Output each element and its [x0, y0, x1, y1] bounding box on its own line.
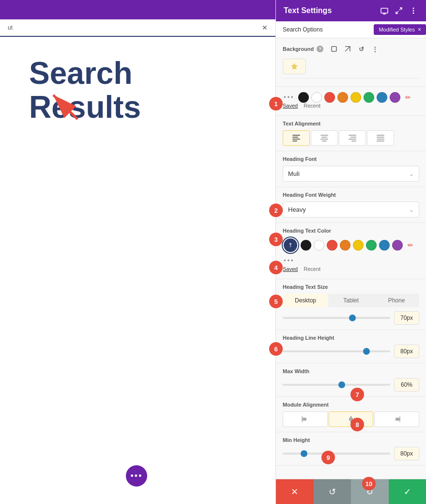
- color-swatch-yellow[interactable]: [350, 92, 361, 103]
- svg-rect-24: [377, 137, 384, 138]
- cancel-button[interactable]: ✕: [276, 479, 314, 504]
- color-swatch-purple[interactable]: [390, 92, 400, 103]
- title-bar: ut ✕: [0, 19, 275, 37]
- max-width-slider-track[interactable]: [283, 384, 390, 386]
- text-size-slider-track[interactable]: [283, 317, 390, 319]
- min-height-section: Min Height 80px: [276, 432, 426, 466]
- recent-btn[interactable]: Recent: [304, 103, 320, 109]
- bg-ctrl-reset-icon[interactable]: ↺: [355, 43, 367, 55]
- module-align-left-button[interactable]: [283, 411, 328, 427]
- tab-search-options[interactable]: Search Options: [276, 21, 330, 38]
- module-alignment-label: Module Alignment: [283, 402, 419, 408]
- line-height-value[interactable]: 80px: [394, 345, 419, 358]
- text-size-slider-row: 70px: [283, 311, 419, 325]
- min-height-value[interactable]: 80px: [394, 447, 419, 460]
- step-badge-4: 4: [269, 261, 283, 274]
- line-height-slider-track[interactable]: [283, 350, 390, 352]
- modified-styles-badge[interactable]: Modified Styles ×: [374, 24, 426, 35]
- reset-button[interactable]: ↺: [314, 479, 351, 504]
- align-justify-button[interactable]: [367, 130, 394, 146]
- svg-point-8: [413, 10, 414, 12]
- heading-font-dropdown[interactable]: Muli ⌄: [283, 166, 419, 182]
- text-size-value[interactable]: 70px: [394, 311, 419, 325]
- align-right-button[interactable]: [339, 130, 366, 146]
- color-swatch-orange[interactable]: [337, 92, 348, 103]
- svg-point-7: [413, 8, 414, 9]
- panel-title: Text Settings: [284, 6, 332, 15]
- svg-rect-22: [351, 141, 356, 142]
- step-badge-9: 9: [321, 451, 335, 464]
- min-height-slider-track[interactable]: [283, 453, 390, 455]
- bg-ctrl-icon-2[interactable]: [342, 43, 353, 55]
- heading-text-size-section: Heading Text Size Desktop Tablet Phone 7…: [276, 279, 426, 330]
- line-height-slider-thumb[interactable]: [363, 348, 370, 355]
- svg-rect-11: [292, 135, 300, 136]
- more-colors-dots[interactable]: •••: [283, 92, 296, 103]
- saved-btn[interactable]: Saved: [283, 103, 298, 109]
- heading-custom-color-icon[interactable]: ✏: [405, 240, 416, 251]
- heading-recent-btn[interactable]: Recent: [304, 266, 320, 272]
- device-tab-tablet[interactable]: Tablet: [328, 294, 374, 307]
- badge-close-icon[interactable]: ×: [418, 26, 421, 33]
- device-tab-phone[interactable]: Phone: [374, 294, 419, 307]
- color-swatch-white[interactable]: [311, 92, 322, 103]
- heading-saved-btn[interactable]: Saved: [283, 266, 298, 272]
- save-button[interactable]: ✓: [389, 479, 426, 504]
- heading-line-height-section: Heading Line Height 80px: [276, 330, 426, 363]
- background-swatch-area: [283, 59, 419, 74]
- color-swatch-blue[interactable]: [377, 92, 387, 103]
- background-help-icon[interactable]: ?: [317, 46, 323, 52]
- floating-dots-button[interactable]: •••: [126, 465, 147, 487]
- fullscreen-icon[interactable]: [394, 6, 404, 16]
- device-tabs: Desktop Tablet Phone: [283, 294, 419, 307]
- min-height-slider-thumb[interactable]: [301, 450, 307, 457]
- close-window-button[interactable]: ✕: [262, 24, 268, 32]
- canvas-area: ut ✕ Search Results •••: [0, 0, 276, 504]
- heading-color-swatch-orange[interactable]: [340, 240, 350, 251]
- device-tab-desktop[interactable]: Desktop: [283, 294, 328, 307]
- heading-color-swatch-green[interactable]: [366, 240, 377, 251]
- min-height-label: Min Height: [283, 437, 419, 443]
- text-alignment-label: Text Alignment: [283, 121, 419, 126]
- max-width-value[interactable]: 60%: [394, 378, 419, 392]
- color-swatch-red[interactable]: [324, 92, 335, 103]
- text-size-slider-thumb[interactable]: [349, 315, 356, 321]
- heading-text-color-section: Heading Text Color ↗ ✏ ••• Saved: [276, 223, 426, 279]
- heading-font-weight-dropdown[interactable]: Heavy ⌄: [283, 202, 419, 218]
- panel-header-icons: [380, 6, 418, 16]
- svg-rect-16: [321, 137, 327, 138]
- heading-color-swatch-white[interactable]: [314, 240, 324, 251]
- heading-color-swatch-purple[interactable]: [392, 240, 403, 251]
- heading-color-swatch-yellow[interactable]: [353, 240, 364, 251]
- step-badge-8: 8: [350, 418, 364, 431]
- bg-ctrl-more-icon[interactable]: ⋮: [369, 43, 380, 55]
- custom-color-icon[interactable]: ✏: [403, 92, 413, 103]
- arrow-indicator: [44, 85, 82, 124]
- svg-rect-25: [377, 139, 384, 140]
- align-center-button[interactable]: [311, 130, 338, 146]
- heading-color-swatch-red[interactable]: [327, 240, 337, 251]
- bg-ctrl-icon-1[interactable]: [328, 43, 340, 55]
- heading-more-dots[interactable]: •••: [283, 255, 296, 266]
- heading-color-swatch-blue[interactable]: [379, 240, 390, 251]
- weight-dropdown-chevron-icon: ⌄: [409, 206, 414, 213]
- svg-rect-10: [332, 47, 336, 51]
- color-swatch-black[interactable]: [298, 92, 309, 103]
- heading-color-swatch-black[interactable]: [301, 240, 311, 251]
- heading-text-color-label: Heading Text Color: [283, 228, 419, 234]
- heading-color-active-swatch[interactable]: ↗: [283, 237, 298, 253]
- max-width-slider-thumb[interactable]: [338, 381, 345, 388]
- color-swatch-green[interactable]: [364, 92, 374, 103]
- line-height-slider-fill: [283, 350, 366, 352]
- heading-color-more-row: •••: [283, 255, 419, 266]
- align-left-button[interactable]: [283, 130, 310, 146]
- svg-rect-21: [349, 139, 356, 140]
- svg-point-9: [413, 13, 414, 14]
- text-size-slider-fill: [283, 317, 352, 319]
- background-color-swatch[interactable]: [283, 59, 306, 74]
- responsive-icon[interactable]: [380, 6, 389, 16]
- module-align-right-button[interactable]: [374, 411, 419, 427]
- svg-rect-28: [303, 418, 306, 421]
- more-options-icon[interactable]: [409, 6, 418, 16]
- svg-rect-20: [350, 137, 356, 138]
